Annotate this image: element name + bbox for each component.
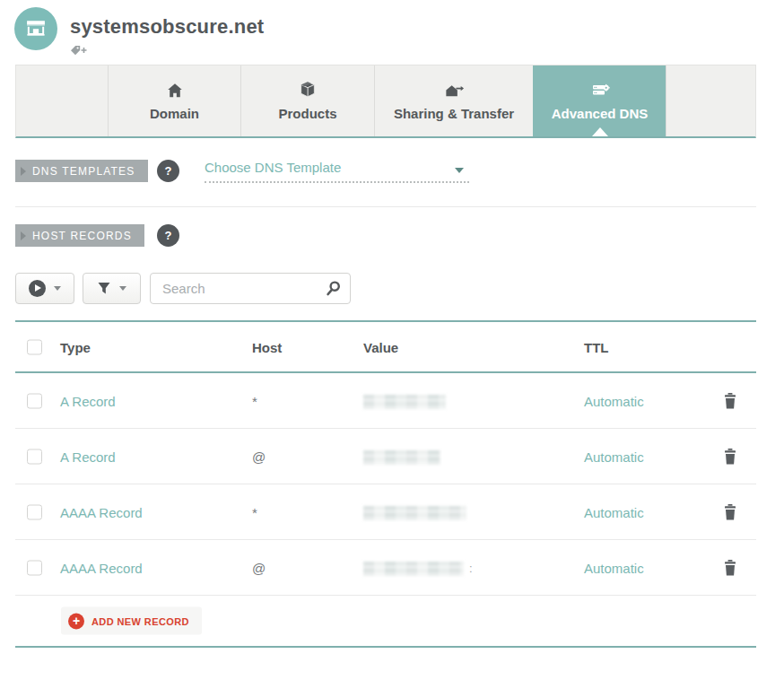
actions-dropdown-button[interactable] — [15, 273, 74, 304]
table-header-row: Type Host Value TTL — [15, 322, 756, 373]
record-type: A Record — [60, 449, 116, 464]
table-row: A Record * Automatic — [15, 373, 756, 429]
add-record-row: + ADD NEW RECORD — [15, 596, 756, 648]
table-row: AAAA Record * Automatic — [15, 484, 756, 540]
row-checkbox[interactable] — [27, 393, 42, 408]
table-row: AAAA Record @ : Automatic — [15, 540, 756, 596]
storefront-icon — [23, 16, 48, 41]
tab-label: Sharing & Transfer — [394, 106, 514, 121]
delete-record-button[interactable] — [722, 503, 738, 521]
record-ttl: Automatic — [584, 504, 644, 519]
row-checkbox[interactable] — [27, 449, 42, 464]
record-host: * — [252, 504, 257, 519]
select-all-checkbox[interactable] — [27, 339, 42, 354]
page-title: systemsobscure.net — [70, 15, 264, 39]
chevron-down-icon — [54, 286, 61, 291]
dns-templates-section: DNS TEMPLATES ? Choose DNS Template — [15, 160, 756, 206]
row-checkbox[interactable] — [27, 560, 42, 575]
section-divider — [15, 206, 756, 207]
host-records-help-button[interactable]: ? — [157, 224, 179, 247]
row-checkbox[interactable] — [27, 504, 42, 519]
search-input[interactable] — [150, 273, 351, 304]
house-arrow-icon — [443, 82, 466, 100]
trash-icon — [722, 559, 738, 577]
record-value — [363, 503, 466, 519]
redacted-value — [363, 395, 446, 409]
record-ttl: Automatic — [584, 393, 644, 408]
chevron-down-icon — [455, 168, 464, 173]
host-records-badge: HOST RECORDS — [15, 224, 144, 247]
badge-label: DNS TEMPLATES — [32, 165, 135, 178]
chevron-down-icon — [119, 286, 126, 291]
dns-templates-help-button[interactable]: ? — [157, 160, 179, 182]
trash-icon — [722, 503, 738, 521]
dropdown-value: Choose DNS Template — [205, 160, 341, 175]
record-value — [363, 392, 446, 408]
record-type: AAAA Record — [60, 504, 143, 519]
plus-icon: + — [68, 613, 84, 629]
delete-record-button[interactable] — [722, 559, 738, 577]
redacted-value — [363, 562, 464, 576]
record-host: @ — [252, 449, 266, 464]
search-box — [150, 273, 351, 304]
delete-record-button[interactable] — [722, 392, 738, 410]
record-value: : — [363, 559, 473, 575]
trash-icon — [722, 448, 738, 466]
tag-plus-icon[interactable] — [70, 45, 88, 57]
delete-record-button[interactable] — [722, 448, 738, 466]
tab-sharing-transfer[interactable]: Sharing & Transfer — [374, 65, 533, 136]
tab-label: Domain — [150, 106, 199, 121]
house-icon — [165, 82, 185, 100]
record-ttl: Automatic — [584, 560, 644, 575]
search-icon — [325, 280, 342, 297]
badge-label: HOST RECORDS — [32, 230, 132, 242]
record-type: AAAA Record — [60, 560, 143, 575]
box-icon — [298, 81, 318, 100]
table-row: A Record @ Automatic — [15, 429, 756, 484]
record-host: @ — [252, 560, 266, 575]
dns-template-dropdown[interactable]: Choose DNS Template — [205, 160, 469, 183]
add-button-label: ADD NEW RECORD — [91, 615, 189, 626]
server-gear-icon — [589, 82, 611, 100]
host-records-section: HOST RECORDS ? — [15, 224, 756, 247]
record-value — [363, 448, 440, 464]
tab-products[interactable]: Products — [240, 65, 374, 136]
host-records-table: Type Host Value TTL A Record * Automatic… — [15, 320, 756, 648]
add-new-record-button[interactable]: + ADD NEW RECORD — [61, 607, 202, 635]
play-circle-icon — [29, 280, 46, 297]
value-suffix: : — [469, 562, 473, 575]
column-header-ttl: TTL — [584, 339, 609, 354]
column-header-value: Value — [363, 339, 398, 354]
tab-spacer-right — [666, 65, 755, 136]
domain-header: systemsobscure.net — [0, 0, 784, 65]
badge-chevron-icon — [21, 167, 26, 176]
tab-spacer-left — [16, 65, 108, 136]
record-host: * — [252, 393, 257, 408]
column-header-host: Host — [252, 339, 282, 354]
record-ttl: Automatic — [584, 449, 644, 464]
dns-templates-badge: DNS TEMPLATES — [15, 160, 148, 182]
badge-chevron-icon — [21, 231, 26, 240]
tab-label: Advanced DNS — [552, 106, 649, 121]
redacted-value — [363, 450, 440, 465]
tab-label: Products — [278, 106, 336, 121]
redacted-value — [363, 506, 466, 520]
domain-avatar — [14, 7, 57, 50]
tab-advanced-dns[interactable]: Advanced DNS — [533, 65, 666, 136]
trash-icon — [722, 392, 738, 410]
filter-dropdown-button[interactable] — [83, 273, 141, 304]
host-records-toolbar — [15, 272, 784, 304]
filter-icon — [97, 281, 111, 295]
column-header-type: Type — [60, 339, 91, 354]
tab-domain[interactable]: Domain — [108, 65, 240, 136]
domain-tabs: Domain Products Sharing & Transfer — [15, 65, 756, 138]
record-type: A Record — [60, 393, 116, 408]
